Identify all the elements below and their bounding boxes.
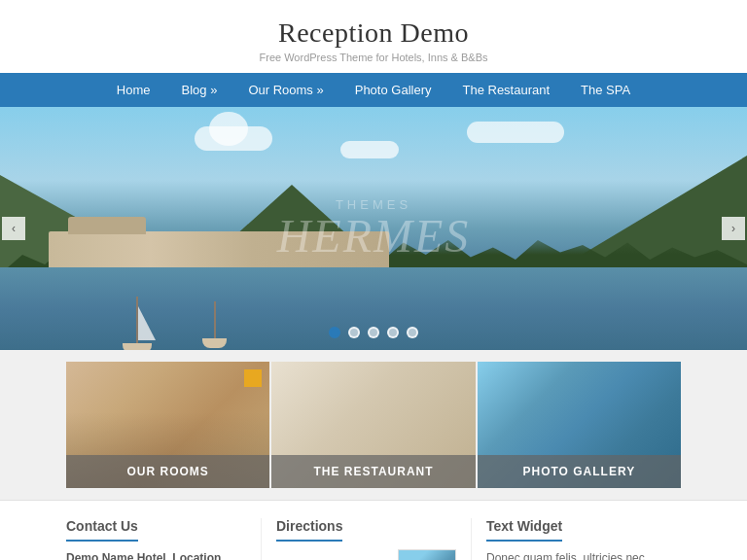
slider-dot-4[interactable] — [387, 327, 399, 338]
hero-slider: THEMES Hermes ‹ › — [0, 107, 747, 350]
feature-cards: OUR ROOMS THE RESTAURANT PHOTO GALLERY — [0, 352, 747, 498]
waterfront-decoration — [49, 231, 389, 270]
slider-dots — [329, 327, 418, 338]
feature-card-rooms-label: OUR ROOMS — [66, 455, 269, 488]
widget-text-title: Text Widget — [486, 518, 562, 542]
main-nav: Home Blog » Our Rooms » Photo Gallery Th… — [0, 73, 747, 107]
cloud-decoration — [195, 126, 272, 151]
widget-contact-title: Contact Us — [66, 518, 138, 542]
widget-directions: Directions — [276, 518, 472, 560]
nav-item-blog[interactable]: Blog » — [166, 73, 233, 107]
slider-dot-3[interactable] — [368, 327, 379, 338]
slider-prev-button[interactable]: ‹ — [2, 217, 25, 240]
nav-item-restaurant[interactable]: The Restaurant — [446, 73, 565, 107]
slider-dot-2[interactable] — [348, 327, 360, 338]
site-title: Reception Demo — [0, 18, 747, 49]
nav-item-gallery[interactable]: Photo Gallery — [339, 73, 447, 107]
page-wrapper: Reception Demo Free WordPress Theme for … — [0, 0, 747, 560]
slider-dot-1[interactable] — [329, 327, 340, 338]
slider-next-button[interactable]: › — [722, 217, 745, 240]
feature-card-rooms[interactable]: OUR ROOMS — [66, 362, 269, 488]
nav-item-rooms[interactable]: Our Rooms » — [232, 73, 338, 107]
widget-contact-content: Demo Name Hotel, Location — [66, 549, 246, 560]
cloud-decoration — [340, 141, 399, 158]
widgets-row: Contact Us Demo Name Hotel, Location Dir… — [0, 500, 747, 560]
directions-map-image — [398, 549, 456, 560]
widget-text-content: Donec quam felis, ultricies nec, pellent… — [486, 549, 666, 560]
feature-card-gallery[interactable]: PHOTO GALLERY — [478, 362, 681, 488]
feature-card-restaurant[interactable]: THE RESTAURANT — [271, 362, 475, 488]
hero-background: THEMES Hermes — [0, 107, 747, 350]
widget-contact: Contact Us Demo Name Hotel, Location — [66, 518, 262, 560]
widget-directions-title: Directions — [276, 518, 342, 542]
site-subtitle: Free WordPress Theme for Hotels, Inns & … — [0, 52, 747, 63]
slider-dot-5[interactable] — [407, 327, 418, 338]
cloud-decoration — [467, 122, 564, 143]
nav-item-home[interactable]: Home — [101, 73, 166, 107]
widget-text: Text Widget Donec quam felis, ultricies … — [486, 518, 681, 560]
feature-card-restaurant-label: THE RESTAURANT — [271, 455, 475, 488]
hotel-name: Demo Name Hotel, Location — [66, 549, 246, 560]
site-header: Reception Demo Free WordPress Theme for … — [0, 0, 747, 73]
nav-item-spa[interactable]: The SPA — [565, 73, 646, 107]
feature-card-gallery-label: PHOTO GALLERY — [478, 455, 681, 488]
hero-image: THEMES Hermes — [0, 107, 747, 350]
